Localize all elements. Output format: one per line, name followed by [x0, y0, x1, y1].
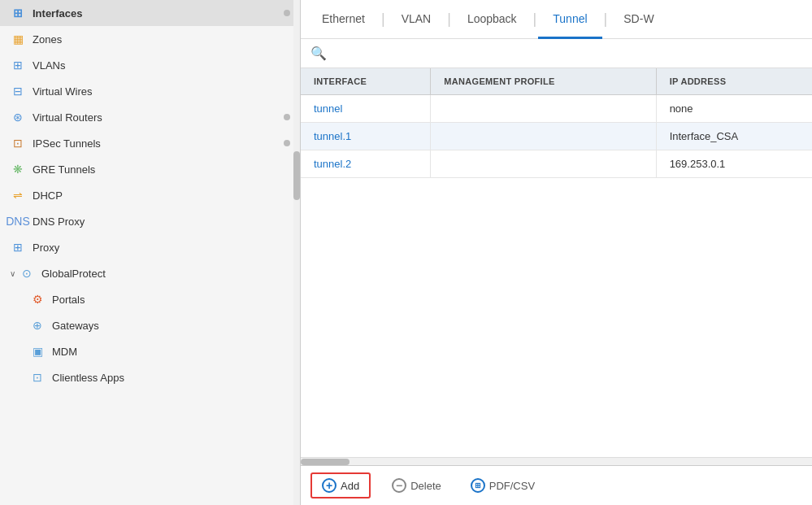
virtual-routers-icon: ⊛	[10, 109, 26, 125]
tab-sd-w[interactable]: SD-W	[609, 1, 668, 39]
zones-label: Zones	[33, 33, 62, 46]
sidebar-item-virtual-wires[interactable]: ⊟Virtual Wires	[0, 78, 300, 104]
horizontal-scrollbar[interactable]	[301, 457, 812, 465]
portals-icon: ⚙	[29, 291, 46, 307]
interface-link[interactable]: tunnel.2	[314, 158, 351, 170]
sidebar-item-mdm[interactable]: ▣MDM	[0, 338, 300, 364]
mdm-label: MDM	[52, 346, 77, 358]
cell-management-profile	[431, 150, 656, 178]
cell-ip-address: Interface_CSA	[656, 123, 812, 150]
virtual-routers-dot	[284, 114, 290, 120]
gre-tunnels-icon: ❋	[10, 161, 26, 177]
pdf-icon: ⊞	[471, 478, 485, 493]
interfaces-dot	[284, 10, 290, 16]
sidebar-item-ipsec-tunnels[interactable]: ⊡IPSec Tunnels	[0, 130, 300, 156]
sidebar-item-dns-proxy[interactable]: DNSDNS Proxy	[0, 208, 300, 234]
tab-separator: |	[604, 11, 608, 28]
table-header: INTERFACEMANAGEMENT PROFILEIP ADDRESS	[301, 68, 812, 95]
gateways-icon: ⊕	[29, 317, 46, 333]
mdm-icon: ▣	[29, 343, 46, 359]
delete-button-label: Delete	[410, 480, 441, 492]
sidebar-item-gre-tunnels[interactable]: ❋GRE Tunnels	[0, 156, 300, 182]
table-row: tunnel.1Interface_CSA	[301, 123, 812, 150]
main-content: Ethernet|VLAN|Loopback|Tunnel|SD-W 🔍 INT…	[301, 0, 812, 505]
add-button-label: Add	[341, 480, 359, 492]
col-ip-address: IP ADDRESS	[656, 68, 812, 95]
sidebar-item-globalprotect[interactable]: ∨⊙GlobalProtect	[0, 260, 300, 286]
interfaces-icon: ⊞	[10, 5, 26, 21]
sidebar-item-virtual-routers[interactable]: ⊛Virtual Routers	[0, 104, 300, 130]
cell-ip-address: 169.253.0.1	[656, 150, 812, 178]
ipsec-tunnels-icon: ⊡	[10, 135, 26, 151]
vlans-label: VLANs	[33, 59, 65, 72]
plus-icon: +	[322, 478, 337, 493]
dhcp-icon: ⇌	[10, 187, 26, 203]
sidebar-scrollbar-track[interactable]	[293, 0, 300, 505]
ipsec-tunnels-label: IPSec Tunnels	[33, 137, 101, 150]
gateways-label: Gateways	[52, 320, 99, 332]
sidebar-item-clientless-apps[interactable]: ⊡Clientless Apps	[0, 364, 300, 390]
pdf-csv-button[interactable]: ⊞ PDF/CSV	[462, 474, 543, 497]
tab-tunnel[interactable]: Tunnel	[538, 1, 601, 39]
bottom-toolbar: + Add − Delete ⊞ PDF/CSV	[301, 465, 812, 505]
sidebar-item-proxy[interactable]: ⊞Proxy	[0, 234, 300, 260]
table-wrap: INTERFACEMANAGEMENT PROFILEIP ADDRESS tu…	[301, 68, 812, 457]
minus-icon: −	[392, 478, 406, 493]
vlans-icon: ⊞	[10, 57, 26, 73]
table-body: tunnelnonetunnel.1Interface_CSAtunnel.21…	[301, 95, 812, 178]
sidebar-scroll: ⊞Interfaces▦Zones⊞VLANs⊟Virtual Wires⊛Vi…	[0, 0, 300, 505]
globalprotect-label: GlobalProtect	[41, 268, 106, 280]
sidebar-item-dhcp[interactable]: ⇌DHCP	[0, 182, 300, 208]
portals-label: Portals	[52, 294, 85, 306]
clientless-apps-label: Clientless Apps	[52, 372, 124, 384]
add-button[interactable]: + Add	[310, 472, 371, 498]
sidebar-scrollbar-thumb[interactable]	[293, 151, 300, 200]
interface-table: INTERFACEMANAGEMENT PROFILEIP ADDRESS tu…	[301, 68, 812, 178]
tab-separator: |	[447, 11, 451, 28]
proxy-label: Proxy	[33, 242, 59, 254]
cell-ip-address: none	[656, 95, 812, 123]
interface-link[interactable]: tunnel.1	[314, 130, 351, 142]
zones-icon: ▦	[10, 31, 26, 47]
virtual-wires-label: Virtual Wires	[33, 85, 92, 98]
virtual-wires-icon: ⊟	[10, 83, 26, 99]
col-interface: INTERFACE	[301, 68, 431, 95]
chevron-icon: ∨	[10, 269, 15, 278]
proxy-icon: ⊞	[10, 239, 26, 255]
ipsec-tunnels-dot	[284, 140, 290, 146]
cell-management-profile	[431, 123, 656, 150]
horizontal-scrollbar-thumb[interactable]	[301, 459, 350, 465]
col-management-profile: MANAGEMENT PROFILE	[431, 68, 656, 95]
sidebar-item-portals[interactable]: ⚙Portals	[0, 286, 300, 312]
sidebar-item-vlans[interactable]: ⊞VLANs	[0, 52, 300, 78]
table-row: tunnelnone	[301, 95, 812, 123]
cell-management-profile	[431, 95, 656, 123]
search-bar: 🔍	[301, 39, 812, 68]
tab-ethernet[interactable]: Ethernet	[307, 1, 380, 39]
sidebar-item-gateways[interactable]: ⊕Gateways	[0, 312, 300, 338]
interfaces-label: Interfaces	[33, 7, 82, 20]
sidebar-item-zones[interactable]: ▦Zones	[0, 26, 300, 52]
tab-separator: |	[533, 11, 537, 28]
clientless-apps-icon: ⊡	[29, 369, 46, 385]
cell-interface[interactable]: tunnel.1	[301, 123, 431, 150]
tab-vlan[interactable]: VLAN	[387, 1, 446, 39]
interface-link[interactable]: tunnel	[314, 102, 342, 115]
pdf-csv-label: PDF/CSV	[489, 480, 535, 492]
delete-button[interactable]: − Delete	[384, 474, 449, 497]
globalprotect-icon: ⊙	[19, 265, 35, 281]
dns-proxy-label: DNS Proxy	[33, 215, 85, 228]
search-icon: 🔍	[310, 46, 327, 61]
sidebar-item-interfaces[interactable]: ⊞Interfaces	[0, 0, 300, 26]
dns-proxy-icon: DNS	[10, 213, 26, 229]
gre-tunnels-label: GRE Tunnels	[33, 163, 95, 176]
search-input[interactable]	[332, 47, 494, 59]
tabs-bar: Ethernet|VLAN|Loopback|Tunnel|SD-W	[301, 0, 812, 39]
cell-interface[interactable]: tunnel.2	[301, 150, 431, 178]
table-row: tunnel.2169.253.0.1	[301, 150, 812, 178]
tab-separator: |	[381, 11, 385, 28]
virtual-routers-label: Virtual Routers	[33, 111, 102, 124]
sidebar: ⊞Interfaces▦Zones⊞VLANs⊟Virtual Wires⊛Vi…	[0, 0, 301, 505]
tab-loopback[interactable]: Loopback	[453, 1, 532, 39]
cell-interface[interactable]: tunnel	[301, 95, 431, 123]
